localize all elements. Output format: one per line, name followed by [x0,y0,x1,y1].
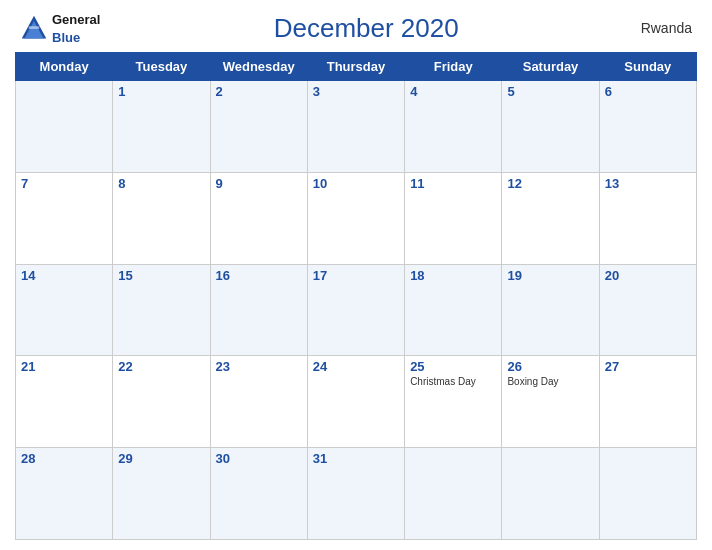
calendar-cell: 25Christmas Day [405,356,502,448]
calendar-cell: 15 [113,264,210,356]
calendar-cell: 18 [405,264,502,356]
day-number: 8 [118,176,204,191]
calendar-cell: 13 [599,172,696,264]
calendar-cell: 19 [502,264,599,356]
calendar-cell [599,448,696,540]
calendar-cell: 8 [113,172,210,264]
day-number: 11 [410,176,496,191]
day-number: 25 [410,359,496,374]
weekday-header-monday: Monday [16,53,113,81]
calendar-cell: 22 [113,356,210,448]
calendar-cell: 16 [210,264,307,356]
calendar-cell: 29 [113,448,210,540]
day-number: 23 [216,359,302,374]
weekday-header-row: MondayTuesdayWednesdayThursdayFridaySatu… [16,53,697,81]
calendar-cell: 2 [210,81,307,173]
calendar-cell: 12 [502,172,599,264]
day-number: 30 [216,451,302,466]
day-number: 29 [118,451,204,466]
day-number: 18 [410,268,496,283]
calendar-cell: 5 [502,81,599,173]
calendar-week-3: 14151617181920 [16,264,697,356]
calendar-cell: 27 [599,356,696,448]
calendar-cell: 30 [210,448,307,540]
logo-general-text: General [52,12,100,27]
day-number: 22 [118,359,204,374]
day-number: 17 [313,268,399,283]
svg-rect-2 [29,26,40,29]
calendar-cell: 1 [113,81,210,173]
day-event: Christmas Day [410,376,496,387]
day-number: 7 [21,176,107,191]
weekday-header-tuesday: Tuesday [113,53,210,81]
calendar-cell [502,448,599,540]
weekday-header-thursday: Thursday [307,53,404,81]
day-number: 14 [21,268,107,283]
calendar-cell: 31 [307,448,404,540]
calendar-week-4: 2122232425Christmas Day26Boxing Day27 [16,356,697,448]
day-number: 20 [605,268,691,283]
calendar-cell: 7 [16,172,113,264]
weekday-header-sunday: Sunday [599,53,696,81]
calendar-cell: 21 [16,356,113,448]
day-number: 28 [21,451,107,466]
calendar-week-2: 78910111213 [16,172,697,264]
calendar-cell: 4 [405,81,502,173]
calendar-cell: 23 [210,356,307,448]
day-number: 26 [507,359,593,374]
day-number: 31 [313,451,399,466]
logo: General Blue [20,10,100,46]
calendar-cell: 20 [599,264,696,356]
calendar-cell [16,81,113,173]
weekday-header-wednesday: Wednesday [210,53,307,81]
day-number: 9 [216,176,302,191]
day-number: 12 [507,176,593,191]
day-number: 24 [313,359,399,374]
weekday-header-saturday: Saturday [502,53,599,81]
day-number: 16 [216,268,302,283]
calendar-cell: 10 [307,172,404,264]
calendar-cell: 14 [16,264,113,356]
logo-icon [20,14,48,42]
calendar-title: December 2020 [100,13,632,44]
calendar-cell: 3 [307,81,404,173]
calendar-table: MondayTuesdayWednesdayThursdayFridaySatu… [15,52,697,540]
weekday-header-friday: Friday [405,53,502,81]
calendar-cell: 28 [16,448,113,540]
day-number: 13 [605,176,691,191]
day-number: 2 [216,84,302,99]
country-label: Rwanda [632,20,692,36]
calendar-week-5: 28293031 [16,448,697,540]
calendar-week-1: 123456 [16,81,697,173]
calendar-cell: 11 [405,172,502,264]
day-number: 5 [507,84,593,99]
calendar-header: General Blue December 2020 Rwanda [15,10,697,46]
calendar-cell: 26Boxing Day [502,356,599,448]
logo-blue-text: Blue [52,30,80,45]
calendar-cell: 24 [307,356,404,448]
calendar-cell: 6 [599,81,696,173]
day-event: Boxing Day [507,376,593,387]
day-number: 19 [507,268,593,283]
day-number: 10 [313,176,399,191]
calendar-cell: 9 [210,172,307,264]
day-number: 3 [313,84,399,99]
calendar-cell: 17 [307,264,404,356]
day-number: 15 [118,268,204,283]
day-number: 6 [605,84,691,99]
day-number: 27 [605,359,691,374]
day-number: 21 [21,359,107,374]
day-number: 1 [118,84,204,99]
calendar-cell [405,448,502,540]
day-number: 4 [410,84,496,99]
